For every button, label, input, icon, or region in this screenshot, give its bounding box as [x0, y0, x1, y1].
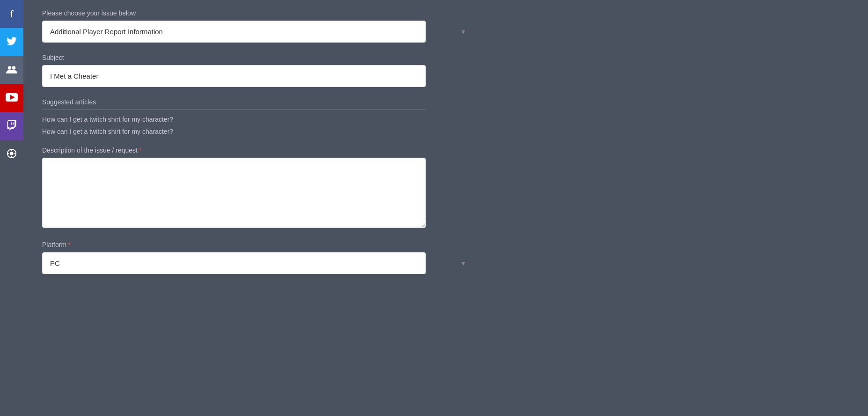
- dropdown-arrow-icon: ▼: [460, 29, 466, 35]
- sidebar-item-twitch[interactable]: [0, 112, 23, 140]
- platform-select[interactable]: PC: [42, 252, 426, 274]
- suggested-article-2[interactable]: How can I get a twitch shirt for my char…: [42, 128, 473, 135]
- issue-form-group: Please choose your issue below Additiona…: [42, 9, 473, 43]
- sidebar-item-steam[interactable]: [0, 140, 23, 168]
- sidebar-item-community[interactable]: [0, 56, 23, 84]
- community-icon: [6, 65, 17, 76]
- svg-rect-4: [13, 122, 14, 124]
- description-form-group: Description of the issue / request*: [42, 146, 473, 230]
- description-textarea[interactable]: [42, 158, 426, 228]
- description-required-star: *: [139, 146, 141, 154]
- sidebar-item-twitter[interactable]: [0, 28, 23, 56]
- svg-point-7: [10, 152, 13, 155]
- twitch-icon: [7, 120, 16, 133]
- issue-select[interactable]: Additional Player Report Information: [42, 21, 426, 43]
- suggested-articles-label: Suggested articles: [42, 98, 473, 106]
- subject-form-group: Subject: [42, 54, 473, 87]
- suggested-article-1[interactable]: How can I get a twitch shirt for my char…: [42, 116, 473, 123]
- main-content: Please choose your issue below Additiona…: [23, 0, 491, 416]
- subject-input[interactable]: [42, 65, 426, 87]
- twitter-icon: [7, 37, 17, 48]
- steam-icon: [7, 148, 17, 161]
- svg-rect-5: [11, 122, 12, 124]
- issue-label: Please choose your issue below: [42, 9, 473, 17]
- svg-point-0: [8, 66, 12, 70]
- youtube-icon: [6, 93, 18, 104]
- platform-select-wrapper: PC ▼: [42, 252, 473, 274]
- suggested-articles-section: Suggested articles How can I get a twitc…: [42, 98, 473, 135]
- sidebar: f: [0, 0, 23, 416]
- sidebar-item-facebook[interactable]: f: [0, 0, 23, 28]
- issue-select-wrapper: Additional Player Report Information ▼: [42, 21, 473, 43]
- subject-label: Subject: [42, 54, 473, 61]
- platform-form-group: Platform* PC ▼: [42, 241, 473, 274]
- suggested-articles-divider: [42, 109, 426, 110]
- description-label: Description of the issue / request*: [42, 146, 473, 154]
- platform-required-star: *: [68, 241, 70, 248]
- svg-point-1: [12, 66, 16, 70]
- sidebar-item-youtube[interactable]: [0, 84, 23, 112]
- platform-dropdown-arrow-icon: ▼: [460, 260, 466, 267]
- facebook-icon: f: [10, 8, 13, 20]
- platform-label: Platform*: [42, 241, 473, 248]
